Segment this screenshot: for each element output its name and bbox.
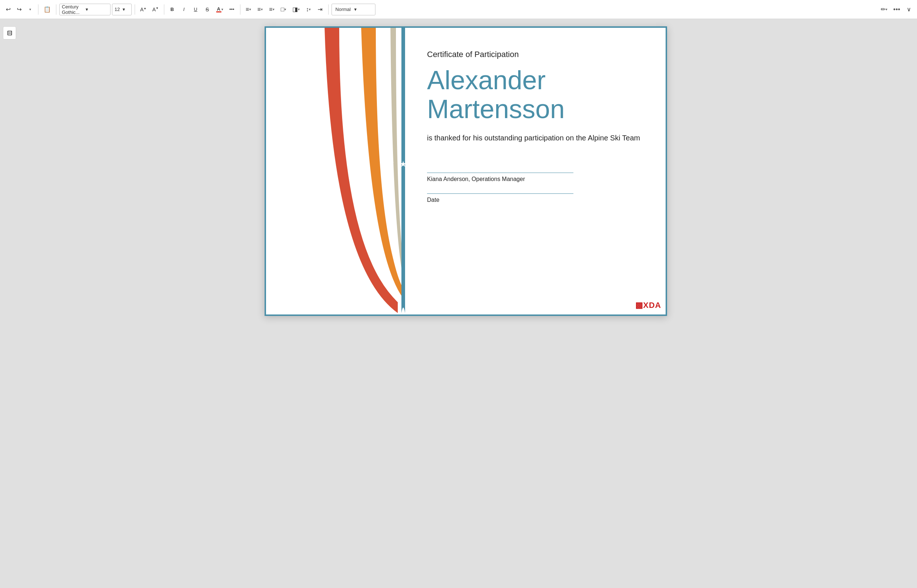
more2-icon: ••• (893, 6, 900, 13)
svg-text:★: ★ (400, 160, 405, 169)
certificate-signature-section: Kiana Anderson, Operations Manager Date (427, 173, 644, 203)
more-format-button[interactable]: ••• (227, 4, 237, 15)
xda-watermark: ▩XDA (635, 300, 661, 310)
redo-icon: ↪ (17, 6, 22, 13)
more-format-icon: ••• (229, 6, 235, 12)
date-line (427, 194, 574, 194)
certificate-recipient-name[interactable]: Alexander Martensson (427, 66, 644, 124)
pen-tool-button[interactable]: ✏ ▾ (878, 4, 889, 15)
expand-button[interactable]: ∨ (904, 4, 914, 15)
bold-button[interactable]: B (167, 4, 177, 15)
border-button[interactable]: □ ▾ (279, 4, 289, 15)
svg-text:★: ★ (358, 156, 368, 169)
divider-3 (134, 4, 135, 15)
bullets-button[interactable]: ≡ ▾ (243, 4, 254, 15)
signature-name-label: Kiana Anderson, Operations Manager (427, 176, 644, 183)
bold-icon: B (170, 6, 174, 12)
certificate-title: Certificate of Participation (427, 50, 644, 59)
toolbar: ↩ ↪ ▾ 📋 Century Gothic... ▾ 12 ▾ A▲ A▼ B… (0, 0, 917, 19)
certificate-right-panel[interactable]: Certificate of Participation Alexander M… (405, 28, 666, 315)
italic-button[interactable]: I (179, 4, 189, 15)
sidebar-toggle-icon: ⊟ (7, 29, 13, 37)
font-size-label: 12 (115, 6, 121, 12)
signature-block: Kiana Anderson, Operations Manager (427, 173, 644, 183)
more-undo-button[interactable]: ▾ (25, 4, 35, 15)
indent-icon: ⇥ (318, 6, 322, 13)
strikethrough-icon: S (206, 7, 209, 12)
style-name-label: Normal (335, 6, 353, 12)
align-icon: ≡ (269, 6, 272, 13)
certificate-left-panel: ★ ★ ★ ★ (266, 28, 405, 315)
date-block: Date (427, 194, 644, 203)
numbering-icon: ≡ (257, 6, 261, 13)
numbering-button[interactable]: ≡ ▾ (255, 4, 265, 15)
sidebar-toggle-button[interactable]: ⊟ (3, 26, 16, 39)
align-dropdown-icon: ▾ (272, 7, 274, 11)
undo-dropdown-icon: ▾ (29, 8, 31, 11)
border-icon: □ (281, 6, 284, 13)
undo-redo-group: ↩ ↪ ▾ (3, 4, 35, 15)
svg-text:★: ★ (385, 158, 394, 169)
pen-dropdown-icon: ▾ (886, 7, 887, 11)
font-color-button[interactable]: A ▾ (214, 4, 225, 15)
certificate-stripes-svg: ★ ★ ★ ★ (266, 28, 405, 313)
expand-icon: ∨ (907, 6, 911, 13)
font-color-dropdown-icon: ▾ (221, 7, 223, 11)
increase-font-icon: A▲ (140, 7, 146, 12)
shading-button[interactable]: ◨ ▾ (290, 4, 302, 15)
divider-5 (240, 4, 240, 15)
divider-6 (328, 4, 329, 15)
undo-icon: ↩ (6, 6, 11, 13)
spacing-icon: ↕ (306, 6, 309, 13)
shading-icon: ◨ (292, 6, 298, 13)
font-size-dropdown-icon: ▾ (123, 6, 129, 12)
more2-button[interactable]: ••• (891, 4, 902, 15)
bullets-dropdown-icon: ▾ (249, 7, 251, 11)
certificate-body-text[interactable]: is thanked for his outstanding participa… (427, 132, 644, 143)
font-selector[interactable]: Century Gothic... ▾ (59, 4, 110, 15)
shading-dropdown-icon: ▾ (298, 7, 300, 11)
align-button[interactable]: ≡ ▾ (267, 4, 277, 15)
divider-1 (38, 4, 39, 15)
svg-text:★: ★ (321, 156, 332, 169)
strikethrough-button[interactable]: S (203, 4, 212, 15)
border-dropdown-icon: ▾ (284, 7, 286, 11)
font-dropdown-icon: ▾ (86, 6, 108, 12)
pen-icon: ✏ (881, 6, 886, 13)
font-size-selector[interactable]: 12 ▾ (112, 4, 132, 15)
undo-button[interactable]: ↩ (3, 4, 13, 15)
decrease-font-icon: A▼ (152, 7, 159, 12)
signature-line (427, 173, 574, 173)
date-label: Date (427, 197, 644, 203)
underline-button[interactable]: U (191, 4, 201, 15)
clipboard-button[interactable]: 📋 (41, 4, 53, 15)
numbering-dropdown-icon: ▾ (261, 7, 263, 11)
decrease-font-button[interactable]: A▼ (150, 4, 160, 15)
increase-font-button[interactable]: A▲ (138, 4, 149, 15)
spacing-button[interactable]: ↕ ▾ (303, 4, 314, 15)
bullets-icon: ≡ (246, 6, 249, 13)
font-name-label: Century Gothic... (62, 4, 84, 15)
xda-logo: ▩XDA (635, 300, 661, 310)
style-selector[interactable]: Normal ▾ (332, 4, 376, 15)
main-document-area: ★ ★ ★ ★ Certificate of Participation Ale… (0, 19, 917, 588)
clipboard-icon: 📋 (44, 6, 51, 13)
indent-button[interactable]: ⇥ (315, 4, 325, 15)
divider-4 (164, 4, 164, 15)
spacing-dropdown-icon: ▾ (309, 7, 311, 11)
redo-button[interactable]: ↪ (14, 4, 24, 15)
toolbar-right: ✏ ▾ ••• ∨ (878, 4, 914, 15)
italic-icon: I (183, 6, 185, 12)
style-dropdown-icon: ▾ (354, 6, 371, 12)
certificate-document: ★ ★ ★ ★ Certificate of Participation Ale… (264, 26, 667, 316)
underline-icon: U (194, 6, 197, 12)
font-color-icon: A (216, 6, 221, 13)
